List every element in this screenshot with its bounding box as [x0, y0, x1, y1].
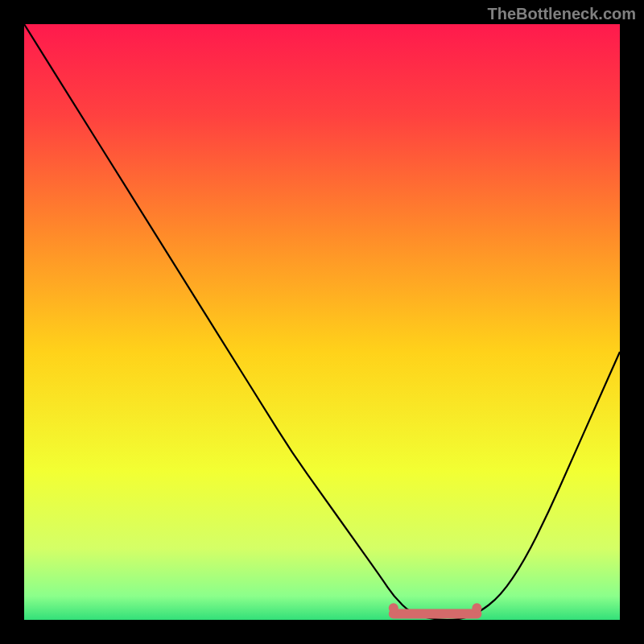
- optimal-start-dot: [389, 603, 398, 613]
- plot-area: [24, 24, 620, 620]
- chart-container: TheBottleneck.com: [0, 0, 644, 644]
- watermark-text: TheBottleneck.com: [488, 5, 636, 23]
- gradient-background: [24, 24, 620, 620]
- optimal-end-dot: [472, 603, 481, 613]
- chart-svg: [24, 24, 620, 620]
